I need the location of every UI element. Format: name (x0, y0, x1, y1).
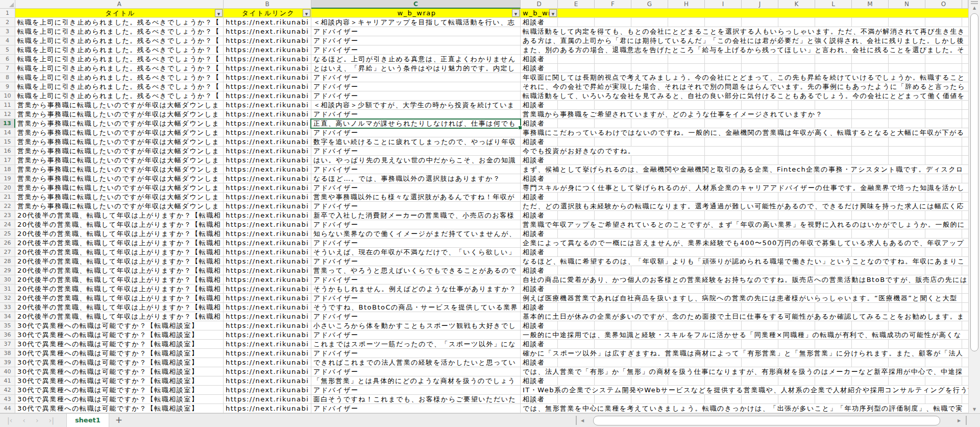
col-header-F[interactable]: F (595, 0, 631, 9)
cell-a-9[interactable]: 転職を上司に引き止められました。残るべきでしょうか？【 (15, 82, 224, 91)
cell-empty[interactable] (595, 18, 631, 27)
cell-b-31[interactable]: https://next.rikunabi (224, 284, 311, 293)
cell-empty[interactable] (815, 211, 852, 220)
cell-empty[interactable] (889, 193, 925, 201)
cell-empty[interactable] (925, 248, 962, 256)
cell-d-19[interactable]: 相談者 (521, 174, 546, 183)
cell-a-3[interactable]: 転職を上司に引き止められました。残るべきでしょうか？【 (15, 27, 224, 36)
cell-empty[interactable] (925, 395, 962, 404)
cell-empty[interactable] (742, 137, 778, 146)
cell-b-6[interactable]: https://next.rikunabi (224, 55, 311, 63)
cell-c-32[interactable]: アドバイザー (311, 294, 521, 302)
row-header-39[interactable]: 39 (0, 358, 15, 367)
cell-a-17[interactable]: 営業から事務職に転職したいのですが年収は大幅ダウンしま (15, 156, 224, 164)
cell-a-41[interactable]: 30代で異業種への転職は可能ですか？【転職相談室】 (15, 376, 224, 385)
cell-empty[interactable] (778, 174, 815, 183)
cell-empty[interactable] (962, 137, 968, 146)
cell-c-11[interactable]: ＜相談内容＞少額ですが、大学生の時から投資を続けていま (311, 101, 521, 109)
cell-b-25[interactable]: https://next.rikunabi (224, 229, 311, 238)
cell-empty[interactable] (852, 284, 889, 293)
cell-empty[interactable] (778, 55, 815, 63)
cell-empty[interactable] (668, 395, 705, 404)
cell-b-4[interactable]: https://next.rikunabi (224, 36, 311, 45)
cell-empty[interactable] (889, 376, 925, 385)
cell-c-3[interactable]: アドバイザー (311, 27, 521, 36)
row-header-14[interactable]: 14 (0, 128, 15, 137)
cell-empty[interactable] (631, 64, 668, 73)
cell-empty[interactable] (962, 156, 968, 164)
cell-empty[interactable] (962, 330, 968, 339)
cell-c-24[interactable]: アドバイザー (311, 220, 521, 229)
cell-empty[interactable] (778, 147, 815, 155)
cell-empty[interactable] (815, 358, 852, 367)
cell-empty[interactable] (852, 119, 889, 128)
cell-empty[interactable] (889, 55, 925, 63)
cell-empty[interactable] (668, 193, 705, 201)
cell-c-22[interactable]: アドバイザー (311, 202, 521, 210)
cell-empty[interactable] (962, 110, 968, 118)
cell-empty[interactable] (595, 101, 631, 109)
cell-empty[interactable] (631, 211, 668, 220)
cell-c-4[interactable]: アドバイザー (311, 36, 521, 45)
cell-a-34[interactable]: 20代後半の営業職、転職して年収は上がりますか？【転職相 (15, 312, 224, 321)
cell-c-23[interactable]: 新卒で入社した消費財メーカーの営業職で、小売店のお客様 (311, 211, 521, 220)
cell-empty[interactable] (815, 340, 852, 348)
cell-empty[interactable] (631, 55, 668, 63)
cell-d-2[interactable]: 相談者 (521, 18, 546, 27)
col-header-D[interactable]: D (521, 0, 558, 9)
cell-a-11[interactable]: 営業から事務職に転職したいのですが年収は大幅ダウンしま (15, 101, 224, 109)
cell-b-5[interactable]: https://next.rikunabi (224, 45, 311, 54)
cell-b-12[interactable]: https://next.rikunabi (224, 110, 311, 118)
col-header-O[interactable]: O (925, 0, 962, 9)
cell-b-34[interactable]: https://next.rikunabi (224, 312, 311, 321)
row-header-31[interactable]: 31 (0, 284, 15, 293)
cell-c-8[interactable]: アドバイザー (311, 73, 521, 82)
cell-empty[interactable] (778, 248, 815, 256)
cell-empty[interactable] (778, 340, 815, 348)
cell-empty[interactable] (631, 303, 668, 312)
cell-empty[interactable] (595, 303, 631, 312)
cell-empty[interactable] (778, 156, 815, 164)
row-header-10[interactable]: 10 (0, 91, 15, 100)
cell-empty[interactable] (668, 248, 705, 256)
cell-b-18[interactable]: https://next.rikunabi (224, 165, 311, 174)
cell-d-37[interactable]: 相談者 (521, 340, 546, 348)
cell-empty[interactable] (668, 266, 705, 275)
col-header-partial[interactable] (962, 0, 968, 9)
cell-d-44[interactable]: では、無形営業を中心に業種を考えていきましょう。転職のきっかけは、「出張が多いこ… (521, 404, 964, 413)
row-header-36[interactable]: 36 (0, 330, 15, 339)
cell-b-39[interactable]: https://next.rikunabi (224, 358, 311, 367)
cell-d-17[interactable]: 相談者 (521, 156, 546, 164)
cell-c-27[interactable]: そういえば、現在の年収が不満なだけで、「いくら欲しい」 (311, 248, 521, 256)
cell-a-30[interactable]: 20代後半の営業職、転職して年収は上がりますか？【転職相 (15, 275, 224, 284)
cell-a-35[interactable]: 30代で異業種への転職は可能ですか？【転職相談室】 (15, 321, 224, 330)
cell-d-32[interactable]: 例えば医療機器営業であれば自社商品を扱いますし、病院への営業の先には患者様がいら… (521, 294, 959, 302)
cell-d-43[interactable]: 相談者 (521, 395, 546, 404)
cell-empty[interactable] (595, 248, 631, 256)
tab-nav-last-icon[interactable]: ›| (44, 414, 59, 427)
cell-empty[interactable] (558, 321, 595, 330)
cell-empty[interactable] (889, 101, 925, 109)
cell-empty[interactable] (705, 119, 742, 128)
horizontal-scrollbar[interactable]: ◀ ▶ (576, 414, 974, 427)
cell-empty[interactable] (668, 376, 705, 385)
cell-empty[interactable] (962, 64, 968, 73)
cell-empty[interactable] (852, 211, 889, 220)
cell-empty[interactable] (852, 193, 889, 201)
cell-a-36[interactable]: 30代で異業種への転職は可能ですか？【転職相談室】 (15, 330, 224, 339)
cell-d-11[interactable]: 相談者 (521, 101, 546, 109)
cell-b-23[interactable]: https://next.rikunabi (224, 211, 311, 220)
cell-empty[interactable] (595, 284, 631, 293)
cell-empty[interactable] (705, 64, 742, 73)
cell-empty[interactable] (631, 229, 668, 238)
cell-empty[interactable] (925, 266, 962, 275)
cell-empty[interactable] (742, 193, 778, 201)
cell-c-15[interactable]: 数字を追い続けることに疲れてしまったので、やっぱり年収 (311, 137, 521, 146)
cell-empty[interactable] (595, 358, 631, 367)
cell-d-38[interactable]: 確かに「スポーツ以外」は広すぎますね。営業職は商材によって「有形営業」と「無形営… (521, 349, 964, 358)
cell-empty[interactable] (595, 211, 631, 220)
cell-empty[interactable] (595, 321, 631, 330)
cell-empty[interactable] (705, 376, 742, 385)
cell-empty[interactable] (705, 193, 742, 201)
cell-empty[interactable] (558, 55, 595, 63)
